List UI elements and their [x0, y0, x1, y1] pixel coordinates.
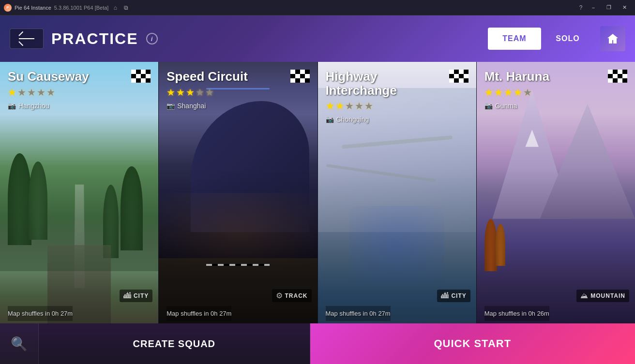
svg-rect-17	[295, 74, 300, 78]
card-content-3: Highway Interchange ★ ★ ★ ★ ★ 📷 Chongqin…	[318, 62, 476, 323]
svg-rect-14	[300, 70, 305, 74]
card-mt-haruna[interactable]: Mt. Haruna ★ ★ ★ ★ ★ 📷 Gunma	[477, 62, 635, 323]
card-header-4: Mt. Haruna ★ ★ ★ ★ ★ 📷 Gunma	[484, 70, 627, 110]
tab-team[interactable]: TEAM	[488, 28, 541, 50]
location-text-3: Chongqing	[336, 116, 369, 123]
svg-rect-23	[305, 78, 310, 83]
svg-rect-31	[464, 74, 469, 78]
category-badge-2: ⚙ TRACK	[272, 289, 312, 302]
category-text-4: MOUNTAIN	[590, 292, 625, 299]
search-section[interactable]: 🔍	[0, 323, 39, 364]
title-text: Pie 64 Instance	[15, 5, 51, 11]
stars-1: ★ ★ ★ ★ ★	[8, 87, 89, 98]
svg-rect-16	[290, 74, 295, 78]
home-icon	[606, 32, 620, 45]
category-badge-1: 🏙 CITY	[120, 290, 152, 302]
card-footer-4: Map shuffles in 0h 26m	[477, 303, 635, 323]
home-button[interactable]	[600, 26, 625, 51]
category-badge-3: 🏙 CITY	[437, 290, 470, 302]
card-footer-1: Map shuffles in 0h 27m	[0, 303, 158, 323]
create-squad-button[interactable]: CREATE SQUAD	[39, 323, 310, 364]
svg-rect-12	[290, 70, 295, 74]
svg-rect-35	[464, 78, 469, 83]
card-title-4: Mt. Haruna	[484, 70, 549, 84]
camera-icon-1: 📷	[8, 102, 16, 110]
svg-rect-21	[295, 78, 300, 83]
card-header-3: Highway Interchange ★ ★ ★ ★ ★ 📷 Chongqin…	[326, 70, 469, 123]
create-squad-label: CREATE SQUAD	[133, 338, 216, 349]
stars-3: ★ ★ ★ ★ ★	[326, 100, 449, 112]
svg-rect-2	[141, 70, 146, 74]
restore-button[interactable]: ❐	[602, 2, 616, 13]
shuffle-text-2: Map shuffles in 0h 27m	[166, 306, 231, 321]
svg-rect-28	[449, 74, 454, 78]
quick-start-button[interactable]: QUICK START	[310, 323, 635, 364]
svg-rect-25	[454, 70, 459, 74]
svg-rect-0	[131, 70, 136, 74]
svg-rect-19	[305, 74, 310, 78]
svg-rect-20	[290, 78, 295, 83]
svg-rect-29	[454, 74, 459, 78]
svg-rect-1	[136, 70, 141, 74]
category-icon-2: ⚙	[276, 291, 283, 300]
card-footer-2: Map shuffles in 0h 27m	[159, 303, 317, 323]
card-title-1: Su Causeway	[8, 70, 89, 84]
flag-icon-2	[290, 70, 310, 87]
close-button[interactable]: ✕	[618, 2, 631, 13]
shuffle-text-3: Map shuffles in 0h 27m	[326, 306, 391, 321]
svg-rect-22	[300, 78, 305, 83]
camera-icon-2: 📷	[166, 102, 175, 110]
category-text-3: CITY	[451, 292, 466, 299]
svg-rect-13	[295, 70, 300, 74]
home-titlebar-icon[interactable]: ⌂	[111, 4, 119, 12]
category-icon-3: 🏙	[441, 291, 449, 300]
quick-start-label: QUICK START	[434, 337, 511, 350]
card-title-2: Speed Circuit	[166, 70, 248, 84]
header-left: PRACTICE i	[10, 29, 158, 49]
cards-container: Su Causeway ★ ★ ★ ★ ★ 📷 Hangzhou	[0, 62, 635, 323]
card-content-2: Speed Circuit ★ ★ ★ ★ ★ 📷 Shanghai	[159, 62, 317, 323]
version-text: 5.3.86.1001 P64 [Beta]	[54, 5, 109, 11]
multi-instance-icon[interactable]: ⧉	[122, 4, 130, 12]
app-icon: P	[4, 4, 12, 12]
back-button[interactable]	[10, 29, 44, 49]
location-text-4: Gunma	[495, 102, 517, 110]
category-text-2: TRACK	[285, 292, 308, 299]
search-icon: 🔍	[11, 336, 28, 352]
card-header-2: Speed Circuit ★ ★ ★ ★ ★ 📷 Shanghai	[166, 70, 309, 110]
card-content-1: Su Causeway ★ ★ ★ ★ ★ 📷 Hangzhou	[0, 62, 158, 323]
card-title-group-4: Mt. Haruna ★ ★ ★ ★ ★ 📷 Gunma	[484, 70, 549, 110]
title-bar-controls: ? − ❐ ✕	[577, 2, 631, 13]
stars-2: ★ ★ ★ ★ ★	[166, 87, 248, 98]
flag-icon-4	[608, 70, 627, 87]
svg-rect-24	[449, 70, 454, 74]
shuffle-text-1: Map shuffles in 0h 27m	[8, 306, 73, 321]
svg-rect-30	[459, 74, 464, 78]
svg-rect-26	[459, 70, 464, 74]
bottom-bar: 🔍 CREATE SQUAD QUICK START	[0, 323, 635, 364]
camera-icon-4: 📷	[484, 102, 493, 110]
card-title-group-1: Su Causeway ★ ★ ★ ★ ★ 📷 Hangzhou	[8, 70, 89, 110]
svg-rect-47	[622, 78, 627, 83]
info-icon[interactable]: i	[146, 33, 158, 44]
svg-rect-37	[613, 70, 618, 74]
flag-icon-3	[449, 70, 469, 87]
card-title-group-3: Highway Interchange ★ ★ ★ ★ ★ 📷 Chongqin…	[326, 70, 449, 123]
svg-rect-18	[300, 74, 305, 78]
card-su-causeway[interactable]: Su Causeway ★ ★ ★ ★ ★ 📷 Hangzhou	[0, 62, 159, 323]
page-title: PRACTICE	[51, 30, 138, 48]
card-speed-circuit[interactable]: Speed Circuit ★ ★ ★ ★ ★ 📷 Shanghai	[159, 62, 318, 323]
header-right: TEAM SOLO	[488, 26, 625, 51]
category-icon-1: 🏙	[123, 291, 131, 300]
help-icon[interactable]: ?	[577, 4, 585, 12]
title-bar: P Pie 64 Instance 5.3.86.1001 P64 [Beta]…	[0, 0, 635, 15]
card-title-group-2: Speed Circuit ★ ★ ★ ★ ★ 📷 Shanghai	[166, 70, 248, 110]
svg-rect-10	[141, 78, 146, 83]
camera-icon-3: 📷	[326, 116, 334, 123]
svg-rect-15	[305, 70, 310, 74]
minimize-button[interactable]: −	[587, 2, 600, 13]
card-highway-interchange[interactable]: Highway Interchange ★ ★ ★ ★ ★ 📷 Chongqin…	[318, 62, 477, 323]
tab-solo[interactable]: SOLO	[541, 28, 594, 50]
location-text-1: Hangzhou	[18, 102, 49, 110]
svg-rect-43	[622, 74, 627, 78]
